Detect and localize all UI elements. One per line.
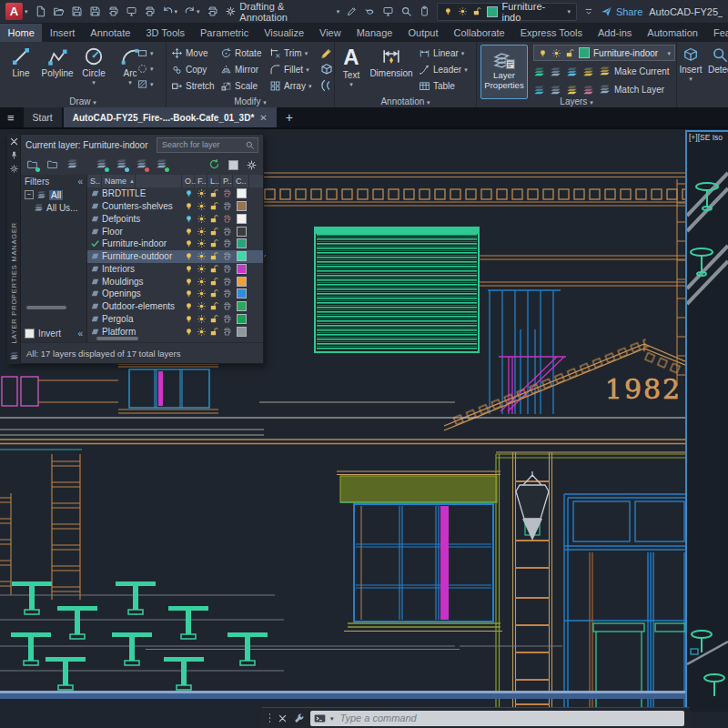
layer-quick-dropdown[interactable]: Furniture-indo ▾ <box>437 3 577 21</box>
layer-freeze-toggle[interactable] <box>195 214 207 224</box>
layer-freeze-toggle[interactable] <box>195 201 207 211</box>
layer-color-swatch[interactable] <box>233 314 249 324</box>
collapse-invert-icon[interactable]: « <box>77 329 83 339</box>
water-edge-band[interactable] <box>0 691 687 699</box>
layer-unlock-icon[interactable] <box>582 84 595 96</box>
command-input[interactable] <box>339 712 681 724</box>
rotate-button[interactable]: Rotate <box>220 46 269 61</box>
layer-freeze-toggle[interactable] <box>195 314 207 324</box>
invert-checkbox[interactable] <box>25 329 35 339</box>
pin-icon[interactable] <box>9 150 19 160</box>
layer-color-swatch[interactable] <box>233 201 249 211</box>
layer-unisolate-icon[interactable] <box>550 84 562 96</box>
ribbon-tab-3d-tools[interactable]: 3D Tools <box>138 24 193 42</box>
set-current-button[interactable] <box>156 158 168 171</box>
polyline-button[interactable]: Polyline <box>40 42 75 86</box>
ribbon-tab-express-tools[interactable]: Express Tools <box>512 24 590 42</box>
layer-on-toggle[interactable] <box>182 314 195 324</box>
layer-on-toggle[interactable] <box>182 288 195 298</box>
dimension-button[interactable]: Dimension <box>368 42 415 78</box>
layer-on-toggle[interactable] <box>182 201 195 211</box>
new-tab-button[interactable]: + <box>278 107 300 127</box>
layer-freeze-toggle[interactable] <box>195 277 207 287</box>
stretch-button[interactable]: Stretch <box>171 78 220 94</box>
new-layer-frozen-button[interactable] <box>116 158 128 171</box>
plot-icon[interactable] <box>107 5 119 17</box>
layer-freeze-toggle[interactable] <box>195 227 207 237</box>
layer-plot-toggle[interactable] <box>220 288 233 298</box>
layer-lock-toggle[interactable] <box>207 288 220 298</box>
layer-freeze-toggle[interactable] <box>195 251 207 261</box>
table-button[interactable]: Table <box>419 78 468 94</box>
layer-on-toggle[interactable] <box>182 188 195 198</box>
layer-on-toggle[interactable] <box>182 238 195 248</box>
share-button[interactable]: Share <box>601 5 642 17</box>
layer-color-swatch[interactable] <box>233 301 249 311</box>
ribbon-tab-output[interactable]: Output <box>400 24 446 42</box>
erase-button[interactable] <box>319 46 334 60</box>
open-file-icon[interactable] <box>53 5 65 17</box>
paste-clipboard-icon[interactable] <box>419 5 430 17</box>
layer-plot-toggle[interactable] <box>220 301 233 311</box>
gear-icon[interactable] <box>9 164 19 174</box>
palette-grip[interactable]: LAYER PROPERTIES MANAGER <box>7 134 20 364</box>
make-current-button[interactable]: Make Current <box>599 64 670 79</box>
settings-square-icon[interactable] <box>228 160 238 170</box>
layer-combo[interactable]: Furniture-indoor ▾ <box>533 45 675 61</box>
layer-search-box[interactable] <box>157 137 258 153</box>
layer-row[interactable]: BRDTITLE <box>87 187 263 200</box>
explode-button[interactable] <box>319 62 334 76</box>
detect-button[interactable]: Detec <box>706 42 728 75</box>
new-file-icon[interactable] <box>35 5 46 17</box>
rectangle-button[interactable]: ▾ <box>136 46 154 60</box>
layer-thaw-icon[interactable] <box>566 84 579 96</box>
column-header-c[interactable]: C.. <box>233 175 249 187</box>
layer-freeze-toggle[interactable] <box>195 288 207 298</box>
hamburger-menu-icon[interactable]: ≡ <box>0 107 22 127</box>
layer-plot-toggle[interactable] <box>220 277 233 287</box>
leader-button[interactable]: Leader▾ <box>419 62 468 77</box>
revision-cloud-button[interactable]: ▾ <box>136 61 154 76</box>
layer-freeze-icon[interactable] <box>566 66 579 78</box>
layer-row[interactable]: Counters-shelves <box>87 200 263 213</box>
column-header-s[interactable]: S.. <box>87 175 102 187</box>
layer-lock-icon[interactable] <box>582 66 595 78</box>
layer-lock-toggle[interactable] <box>207 327 220 337</box>
layer-lock-toggle[interactable] <box>207 201 220 211</box>
filter-tree-item[interactable]: All Us... <box>21 201 86 214</box>
command-input-box[interactable]: ▾ <box>310 711 684 726</box>
share-view-icon[interactable] <box>382 5 394 17</box>
draw-panel-label[interactable]: Draw ▾ <box>0 96 166 106</box>
layer-on-toggle[interactable] <box>182 301 195 311</box>
layer-lock-toggle[interactable] <box>207 277 220 287</box>
layer-color-swatch[interactable] <box>233 264 249 274</box>
layer-plot-toggle[interactable] <box>220 264 233 274</box>
text-button[interactable]: A Text▾ <box>337 42 366 87</box>
app-menu-button[interactable]: A ▾ <box>5 3 28 20</box>
layer-on-toggle[interactable] <box>182 264 195 274</box>
scale-button[interactable]: Scale <box>220 78 269 94</box>
layer-group-button[interactable] <box>46 158 59 171</box>
layer-freeze-toggle[interactable] <box>195 301 207 311</box>
drawing-area[interactable]: 1982 <box>0 127 728 728</box>
layer-color-swatch[interactable] <box>233 214 249 224</box>
ribbon-tab-automation[interactable]: Automation <box>640 24 706 42</box>
layer-on-toggle[interactable] <box>182 277 195 287</box>
save-icon[interactable] <box>71 5 83 17</box>
layer-row[interactable]: Pergola <box>87 313 263 326</box>
ribbon-tab-add-ins[interactable]: Add-ins <box>591 24 640 42</box>
layer-row[interactable]: Interiors <box>87 263 263 276</box>
column-header-f[interactable]: F.. <box>195 175 207 187</box>
redo-icon[interactable]: ▾ <box>184 5 200 17</box>
trim-button[interactable]: Trim▾ <box>269 46 320 61</box>
annotation-panel-label[interactable]: Annotation ▾ <box>335 96 476 106</box>
mirror-button[interactable]: Mirror <box>220 62 269 77</box>
layer-freeze-toggle[interactable] <box>195 238 207 248</box>
layer-plot-toggle[interactable] <box>220 238 233 248</box>
layer-on-toggle[interactable] <box>182 227 195 237</box>
layer-filter-button[interactable] <box>26 158 39 171</box>
move-button[interactable]: Move <box>171 46 220 61</box>
layer-plot-toggle[interactable] <box>220 227 233 237</box>
filter-tree-item[interactable]: − All <box>21 188 86 201</box>
layer-color-swatch[interactable] <box>233 188 249 198</box>
